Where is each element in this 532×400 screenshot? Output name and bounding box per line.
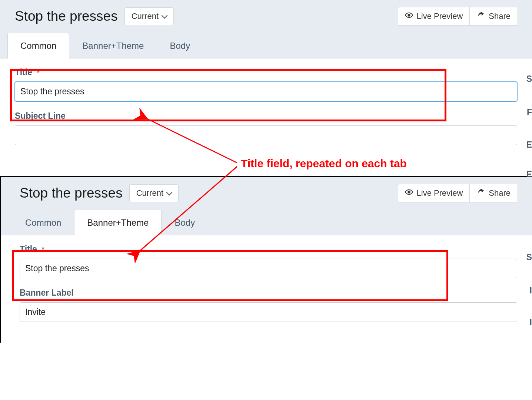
subject-input[interactable] bbox=[15, 125, 517, 145]
live-preview-button[interactable]: Live Preview bbox=[398, 7, 470, 26]
share-button[interactable]: Share bbox=[470, 7, 517, 26]
side-crop-text: I bbox=[530, 286, 532, 296]
share-icon bbox=[477, 188, 485, 198]
tabs-top: Common Banner+Theme Body bbox=[0, 29, 532, 58]
title-label: Title * bbox=[20, 244, 517, 254]
header-actions: Live Preview Share bbox=[398, 7, 517, 26]
subject-label: Subject Line bbox=[15, 111, 517, 121]
form-common: Title * Subject Line bbox=[0, 58, 532, 166]
version-dropdown-label: Current bbox=[136, 188, 163, 198]
page-title: Stop the presses bbox=[15, 9, 118, 24]
tab-common[interactable]: Common bbox=[12, 210, 74, 235]
version-dropdown[interactable]: Current bbox=[124, 7, 174, 25]
header-actions: Live Preview Share bbox=[398, 184, 517, 202]
tab-banner-theme[interactable]: Banner+Theme bbox=[69, 33, 157, 58]
side-crop-text: S bbox=[526, 252, 532, 262]
share-label: Share bbox=[489, 188, 511, 198]
tabs-bottom: Common Banner+Theme Body bbox=[1, 206, 532, 235]
title-input[interactable] bbox=[15, 82, 517, 101]
required-mark: * bbox=[37, 68, 40, 77]
title-input[interactable] bbox=[20, 259, 517, 278]
title-label: Title * bbox=[15, 67, 517, 77]
live-preview-label: Live Preview bbox=[417, 11, 463, 21]
title-field-group: Title * bbox=[15, 67, 517, 101]
chevron-down-icon bbox=[166, 189, 173, 196]
share-label: Share bbox=[489, 11, 511, 21]
banner-label-label: Banner Label bbox=[20, 288, 517, 298]
subject-field-group: Subject Line bbox=[15, 111, 517, 145]
share-icon bbox=[477, 11, 485, 21]
eye-icon bbox=[405, 11, 413, 21]
svg-point-1 bbox=[408, 191, 410, 193]
panel-banner-theme: Stop the presses Current Live Preview Sh… bbox=[0, 177, 532, 343]
annotation-text: Title field, repeated on each tab bbox=[241, 157, 407, 170]
form-banner-theme: Title * Banner Label bbox=[1, 235, 532, 343]
svg-point-0 bbox=[408, 14, 410, 16]
header-top: Stop the presses Current Live Preview Sh… bbox=[0, 0, 532, 29]
side-crop-text: I bbox=[530, 317, 532, 327]
tab-body[interactable]: Body bbox=[157, 33, 203, 58]
panel-common: Stop the presses Current Live Preview Sh… bbox=[0, 0, 532, 177]
required-mark: * bbox=[41, 245, 44, 253]
header-bottom: Stop the presses Current Live Preview Sh… bbox=[1, 177, 532, 206]
title-label-text: Title bbox=[15, 67, 32, 77]
title-field-group: Title * bbox=[20, 244, 517, 278]
tab-common[interactable]: Common bbox=[7, 33, 69, 58]
page-title: Stop the presses bbox=[20, 185, 123, 201]
live-preview-label: Live Preview bbox=[417, 188, 463, 198]
side-crop-text: E bbox=[526, 140, 532, 150]
eye-icon bbox=[405, 188, 413, 198]
version-dropdown[interactable]: Current bbox=[129, 184, 179, 202]
share-button[interactable]: Share bbox=[470, 184, 517, 202]
tab-banner-theme[interactable]: Banner+Theme bbox=[74, 210, 162, 235]
chevron-down-icon bbox=[162, 13, 168, 19]
banner-label-field-group: Banner Label bbox=[20, 288, 517, 322]
side-crop-text: F bbox=[527, 107, 532, 117]
title-label-text: Title bbox=[20, 244, 37, 254]
banner-label-input[interactable] bbox=[20, 302, 517, 322]
version-dropdown-label: Current bbox=[132, 11, 159, 21]
tab-body[interactable]: Body bbox=[162, 210, 208, 235]
live-preview-button[interactable]: Live Preview bbox=[398, 184, 470, 202]
side-crop-text: S bbox=[526, 74, 532, 84]
